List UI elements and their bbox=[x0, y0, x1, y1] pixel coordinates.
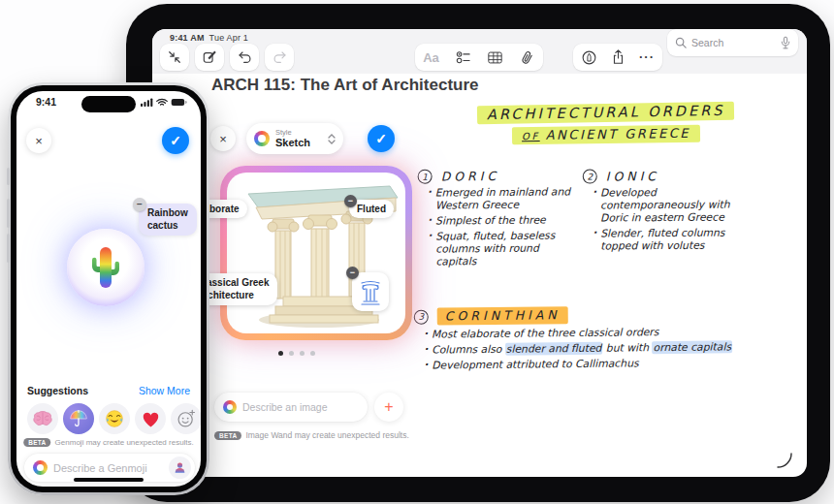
shrink-window-button[interactable] bbox=[160, 44, 189, 71]
iphone-bezel: 9:41 × ✓ bbox=[11, 85, 207, 492]
suggestions-header: Suggestions Show More bbox=[27, 385, 190, 396]
remove-chip-button[interactable]: − bbox=[346, 267, 359, 279]
remove-chip-button[interactable]: − bbox=[344, 195, 357, 207]
page-dot[interactable] bbox=[300, 351, 305, 356]
hero-image: 9:41 AMTue Apr 1 100% Aa bbox=[0, 0, 834, 504]
bullet: Development attributed to Callimachus bbox=[424, 356, 744, 371]
sketch-thumbnail-chip[interactable]: − bbox=[352, 272, 389, 311]
undo-icon bbox=[238, 50, 252, 64]
image-wand-beta-disclaimer: BETA Image Wand may create unexpected re… bbox=[214, 430, 409, 440]
style-picker[interactable]: Style Sketch bbox=[246, 123, 343, 154]
volume-down-button bbox=[7, 234, 10, 263]
bullet: Squat, fluted, baseless columns with rou… bbox=[428, 229, 575, 268]
person-genmoji-button[interactable] bbox=[169, 457, 191, 479]
describe-image-input[interactable]: Describe an image bbox=[214, 393, 368, 422]
section-number: 2 bbox=[583, 170, 597, 184]
prompt-chip-rainbow-cactus[interactable]: − Rainbow cactus bbox=[139, 204, 197, 236]
red-heart-emoji[interactable] bbox=[135, 403, 166, 434]
search-icon bbox=[675, 37, 687, 48]
redo-button[interactable] bbox=[265, 44, 294, 71]
chevron-up-down-icon bbox=[328, 134, 336, 144]
heading-line1: ARCHITECTURAL ORDERS bbox=[477, 102, 735, 125]
describe-genmoji-placeholder: Describe a Genmoji bbox=[53, 462, 163, 474]
style-label: Style bbox=[275, 129, 322, 137]
corner-gesture-indicator[interactable] bbox=[776, 452, 793, 469]
emoji-suggestions-row bbox=[27, 403, 201, 434]
shrink-window-icon bbox=[168, 50, 181, 64]
page-dot[interactable] bbox=[310, 351, 315, 356]
wifi-icon bbox=[156, 98, 168, 107]
section-corinthian: 3CORINTHIAN Most elaborate of the three … bbox=[414, 304, 745, 375]
column-sketch-icon bbox=[358, 277, 383, 306]
markup-button[interactable] bbox=[574, 44, 603, 71]
text-format-button[interactable]: Aa bbox=[415, 44, 447, 71]
compose-button[interactable] bbox=[195, 44, 224, 71]
beta-text: Genmoji may create unexpected results. bbox=[55, 438, 194, 447]
page-dot[interactable] bbox=[278, 351, 283, 356]
style-value: Sketch bbox=[275, 138, 322, 148]
iphone-device: 9:41 × ✓ bbox=[8, 82, 209, 495]
person-icon bbox=[174, 461, 186, 474]
table-icon bbox=[488, 51, 502, 64]
apple-intelligence-icon bbox=[33, 460, 48, 475]
image-pagination-dots[interactable] bbox=[278, 351, 315, 356]
more-button[interactable]: ··· bbox=[632, 44, 661, 71]
ipad-device: 9:41 AMTue Apr 1 100% Aa bbox=[126, 4, 830, 502]
blue-highlight: slender and fluted bbox=[505, 342, 603, 356]
share-icon bbox=[612, 49, 625, 65]
remove-chip-button[interactable]: − bbox=[133, 198, 146, 211]
minus-icon: − bbox=[350, 268, 355, 277]
search-field[interactable]: Search bbox=[667, 29, 798, 56]
search-placeholder: Search bbox=[691, 37, 776, 48]
checklist-icon bbox=[456, 50, 470, 64]
iphone-screen: 9:41 × ✓ bbox=[16, 91, 201, 487]
rainbow-cactus-genmoji bbox=[85, 243, 126, 292]
rainbow-umbrella-emoji[interactable] bbox=[63, 403, 94, 434]
image-wand-close-button[interactable]: × bbox=[210, 126, 236, 151]
share-button[interactable] bbox=[603, 44, 632, 71]
laughing-crying-emoji[interactable] bbox=[99, 403, 130, 434]
add-emoji-button[interactable] bbox=[171, 403, 201, 434]
iphone-status-time: 9:41 bbox=[36, 96, 56, 108]
suggestion-chip-fluted[interactable]: − Fluted bbox=[349, 200, 394, 218]
beta-badge: BETA bbox=[23, 438, 50, 447]
genmoji-close-button[interactable]: × bbox=[26, 128, 51, 153]
paperclip-icon bbox=[521, 50, 534, 65]
dictation-mic-icon[interactable] bbox=[781, 36, 790, 49]
add-description-button[interactable]: + bbox=[374, 393, 403, 422]
iphone-status-indicators bbox=[141, 98, 187, 107]
minus-icon: − bbox=[137, 199, 143, 209]
bullet: Slender, fluted columns topped with volu… bbox=[593, 226, 755, 252]
battery-icon bbox=[171, 98, 187, 107]
checklist-button[interactable] bbox=[447, 44, 479, 71]
bullet: Emerged in mainland and Western Greece bbox=[428, 185, 575, 211]
redo-icon bbox=[273, 50, 287, 64]
plus-icon: + bbox=[384, 398, 393, 416]
minus-icon: − bbox=[348, 196, 353, 205]
beta-badge: BETA bbox=[214, 431, 241, 440]
brain-emoji[interactable] bbox=[27, 403, 58, 434]
section-number: 3 bbox=[414, 309, 429, 324]
generated-image-card[interactable] bbox=[220, 166, 412, 340]
close-icon: × bbox=[219, 132, 227, 146]
section-title: IONIC bbox=[606, 169, 659, 183]
undo-button[interactable] bbox=[230, 44, 259, 71]
attachment-button[interactable] bbox=[511, 44, 543, 71]
table-button[interactable] bbox=[479, 44, 511, 71]
show-more-link[interactable]: Show More bbox=[139, 385, 190, 396]
style-color-icon bbox=[254, 131, 270, 146]
image-wand-accept-button[interactable]: ✓ bbox=[368, 125, 395, 152]
section-ionic: 2IONIC Developed contemporaneously with … bbox=[583, 168, 756, 255]
ipad-screen: 9:41 AMTue Apr 1 100% Aa bbox=[152, 29, 807, 477]
home-indicator[interactable] bbox=[74, 478, 144, 482]
format-toolbar-group: Aa bbox=[415, 44, 543, 71]
genmoji-accept-button[interactable]: ✓ bbox=[162, 127, 189, 154]
page-dot[interactable] bbox=[289, 351, 294, 356]
apple-intelligence-icon bbox=[223, 400, 237, 414]
checkmark-icon: ✓ bbox=[170, 133, 181, 148]
bullet: Most elaborate of the three classical or… bbox=[424, 325, 744, 340]
describe-image-placeholder: Describe an image bbox=[242, 401, 328, 413]
heading-line2: OFANCIENT GREECE bbox=[512, 125, 700, 145]
section-doric: 1DORIC Emerged in mainland and Western G… bbox=[418, 168, 576, 270]
section-title: CORINTHIAN bbox=[437, 306, 568, 325]
